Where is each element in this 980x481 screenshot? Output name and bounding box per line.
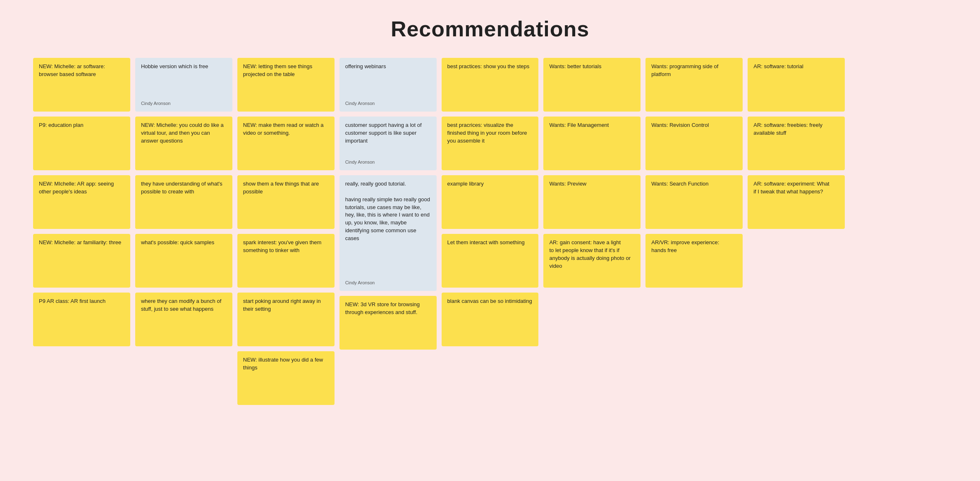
column-3: NEW: letting them see things projected o… (237, 58, 335, 405)
card-c3-5: start poking around right away in their … (237, 293, 335, 346)
card-c4-2: customer support having a lot of custome… (339, 117, 437, 170)
card-c5-4: Let them interact with something (442, 234, 539, 288)
column-6: Wants: better tutorials Wants: File Mana… (543, 58, 641, 405)
column-2: Hobbie version which is free Cindy Arons… (135, 58, 232, 405)
card-c6-4: AR: gain consent: have a light to let pe… (543, 234, 641, 288)
card-c4-1: offering webinars Cindy Aronson (339, 58, 437, 112)
column-7: Wants: programming side of platform Want… (645, 58, 743, 405)
card-c2-1: Hobbie version which is free Cindy Arons… (135, 58, 232, 112)
card-c2-2: NEW: Michelle: you could do like a virtu… (135, 117, 232, 170)
card-c7-1: Wants: programming side of platform (645, 58, 743, 112)
card-c7-2: Wants: Revision Control (645, 117, 743, 170)
card-c1-4: NEW: Michelle: ar familiarity: three (33, 234, 130, 288)
card-c8-3: AR: software: experiment: What if I twea… (748, 175, 845, 229)
column-5: best practices: show you the steps best … (442, 58, 539, 405)
card-c3-3: show them a few things that are possible (237, 175, 335, 229)
column-8: AR: software: tutorial AR: software: fre… (748, 58, 845, 405)
card-c3-6: NEW: illustrate how you did a few things (237, 351, 335, 405)
column-4: offering webinars Cindy Aronson customer… (339, 58, 437, 405)
card-c1-1: NEW: Michelle: ar software: browser base… (33, 58, 130, 112)
card-c8-2: AR: software: freebies: freely available… (748, 117, 845, 170)
card-c6-1: Wants: better tutorials (543, 58, 641, 112)
card-c2-4: what's possible: quick samples (135, 234, 232, 288)
card-c5-2: best pracrices: visualize the finished t… (442, 117, 539, 170)
card-c1-5: P9 AR class: AR first launch (33, 293, 130, 346)
card-c8-1: AR: software: tutorial (748, 58, 845, 112)
card-c1-2: P9: education plan (33, 117, 130, 170)
card-c5-5: blank canvas can be so intimidating (442, 293, 539, 346)
card-c1-3: NEW: MIchelle: AR app: seeing other peop… (33, 175, 130, 229)
recommendations-board: NEW: Michelle: ar software: browser base… (0, 58, 980, 405)
card-c6-3: Wants: Preview (543, 175, 641, 229)
column-1: NEW: Michelle: ar software: browser base… (33, 58, 130, 405)
card-c2-5: where they can modify a bunch of stuff, … (135, 293, 232, 346)
card-c3-1: NEW: letting them see things projected o… (237, 58, 335, 112)
card-c7-3: Wants: Search Function (645, 175, 743, 229)
card-c4-4: NEW: 3d VR store for browsing through ex… (339, 296, 437, 350)
card-c6-2: Wants: File Management (543, 117, 641, 170)
card-c4-3: really, really good tutorial. having rea… (339, 175, 437, 291)
page-title: Recommendations (0, 17, 980, 41)
card-c5-3: example library (442, 175, 539, 229)
card-c3-2: NEW: make them read or watch a video or … (237, 117, 335, 170)
card-c3-4: spark interest: you've given them someth… (237, 234, 335, 288)
column-9 (850, 58, 947, 405)
card-c2-3: they have understanding of what's possib… (135, 175, 232, 229)
card-c5-1: best practices: show you the steps (442, 58, 539, 112)
card-c7-4: AR/VR: improve experience: hands free (645, 234, 743, 288)
